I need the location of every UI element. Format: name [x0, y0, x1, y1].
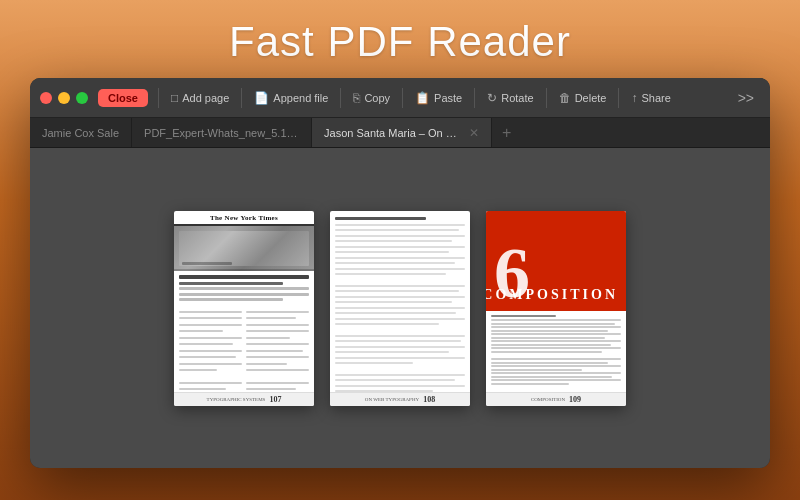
page-num-107: 107 — [269, 395, 281, 404]
page-subtitle-109: COMPOSITION — [531, 397, 565, 402]
tab-jamie-cox[interactable]: Jamie Cox Sale — [30, 118, 132, 147]
separator-7 — [618, 88, 619, 108]
page-subtitle-108: ON WEB TYPOGRAPHY — [365, 397, 419, 402]
more-button[interactable]: >> — [732, 86, 760, 110]
tab-pdf-expert[interactable]: PDF_Expert-Whats_new_5.1 EN~ipad — [132, 118, 312, 147]
append-file-icon: 📄 — [254, 91, 269, 105]
delete-button[interactable]: 🗑 Delete — [551, 87, 615, 109]
traffic-lights — [40, 92, 88, 104]
paste-label: Paste — [434, 92, 462, 104]
delete-icon: 🗑 — [559, 91, 571, 105]
copy-button[interactable]: ⎘ Copy — [345, 87, 398, 109]
add-page-label: Add page — [182, 92, 229, 104]
tab-label-1: Jamie Cox Sale — [42, 127, 119, 139]
text-lines-top — [174, 271, 314, 308]
copy-icon: ⎘ — [353, 91, 360, 105]
share-button[interactable]: ↑ Share — [623, 87, 678, 109]
toolbar: Close □ Add page 📄 Append file ⎘ Copy 📋 … — [30, 78, 770, 118]
append-file-label: Append file — [273, 92, 328, 104]
tabs-bar: Jamie Cox Sale PDF_Expert-Whats_new_5.1 … — [30, 118, 770, 148]
page-num-109: 109 — [569, 395, 581, 404]
page-num-108: 108 — [423, 395, 435, 404]
add-page-button[interactable]: □ Add page — [163, 87, 237, 109]
tab-label-3: Jason Santa Maria – On Web Typogra... — [324, 127, 463, 139]
page2-content — [330, 211, 470, 406]
page3-body-text — [486, 311, 626, 391]
separator-2 — [241, 88, 242, 108]
paste-button[interactable]: 📋 Paste — [407, 87, 470, 109]
pdf-page-108: ON WEB TYPOGRAPHY 108 — [330, 211, 470, 406]
tab-jason-santa-maria[interactable]: Jason Santa Maria – On Web Typogra... ✕ — [312, 118, 492, 147]
tab-close-icon[interactable]: ✕ — [469, 126, 479, 140]
traffic-light-close[interactable] — [40, 92, 52, 104]
separator-4 — [402, 88, 403, 108]
newspaper-image — [174, 226, 314, 271]
app-title: Fast PDF Reader — [229, 18, 571, 66]
traffic-light-minimize[interactable] — [58, 92, 70, 104]
share-label: Share — [641, 92, 670, 104]
add-page-icon: □ — [171, 91, 178, 105]
nyt-title: The New York Times — [178, 214, 310, 222]
separator-6 — [546, 88, 547, 108]
append-file-button[interactable]: 📄 Append file — [246, 87, 336, 109]
pdf-page-107: The New York Times — [174, 211, 314, 406]
share-icon: ↑ — [631, 91, 637, 105]
pdf-page-109: 6 COMPOSITION — [486, 211, 626, 406]
app-window: Close □ Add page 📄 Append file ⎘ Copy 📋 … — [30, 78, 770, 468]
rotate-icon: ↻ — [487, 91, 497, 105]
separator-3 — [340, 88, 341, 108]
rotate-label: Rotate — [501, 92, 533, 104]
newspaper-header: The New York Times — [174, 211, 314, 226]
page-number-bar-107: TYPOGRAPHIC SYSTEMS 107 — [174, 392, 314, 406]
paste-icon: 📋 — [415, 91, 430, 105]
chapter-banner: 6 COMPOSITION — [486, 211, 626, 311]
copy-label: Copy — [364, 92, 390, 104]
separator-1 — [158, 88, 159, 108]
close-button[interactable]: Close — [98, 89, 148, 107]
separator-5 — [474, 88, 475, 108]
page-number-bar-108: ON WEB TYPOGRAPHY 108 — [330, 392, 470, 406]
tab-add-button[interactable]: + — [492, 118, 521, 147]
page-number-bar-109: COMPOSITION 109 — [486, 392, 626, 406]
traffic-light-maximize[interactable] — [76, 92, 88, 104]
page-subtitle-107: TYPOGRAPHIC SYSTEMS — [207, 397, 266, 402]
delete-label: Delete — [575, 92, 607, 104]
content-area: The New York Times — [30, 148, 770, 468]
tab-label-2: PDF_Expert-Whats_new_5.1 EN~ipad — [144, 127, 299, 139]
chapter-title: COMPOSITION — [486, 287, 618, 303]
rotate-button[interactable]: ↻ Rotate — [479, 87, 541, 109]
